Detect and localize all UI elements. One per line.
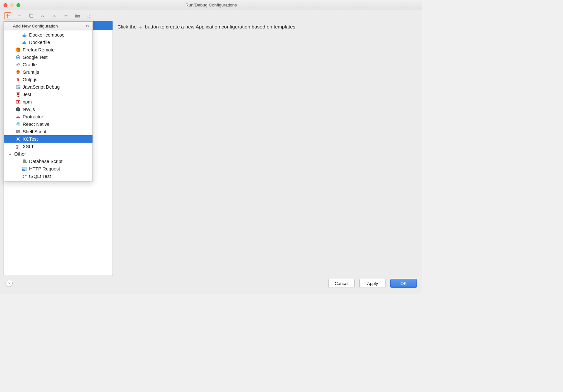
popup-title: Add New Configuration <box>13 24 58 28</box>
svg-rect-1 <box>30 15 33 18</box>
shell-icon <box>16 129 21 134</box>
svg-text:z: z <box>89 16 90 18</box>
cancel-button[interactable]: Cancel <box>328 279 355 288</box>
config-type-label: XSLT <box>23 144 34 149</box>
configurations-tree[interactable]: Add New Configuration Docker-composeDock… <box>4 21 113 276</box>
config-type-item-gulp-js[interactable]: Gulp.js <box>4 76 92 83</box>
svg-text:XS: XS <box>16 145 19 147</box>
config-type-label: Firefox Remote <box>23 47 55 52</box>
help-button[interactable]: ? <box>5 280 13 287</box>
sort-button[interactable]: az <box>86 12 93 19</box>
config-type-item-javascript-debug[interactable]: JavaScript Debug <box>4 83 92 91</box>
disclosure-triangle-icon <box>8 152 12 156</box>
collapse-all-icon[interactable] <box>85 23 90 28</box>
config-type-item-gradle[interactable]: Gradle <box>4 61 92 68</box>
edit-templates-button[interactable] <box>39 12 46 19</box>
http-icon: API <box>22 166 27 171</box>
titlebar: Run/Debug Configurations <box>0 0 422 10</box>
config-type-item-http-request[interactable]: APIHTTP Request <box>4 165 92 172</box>
svg-rect-5 <box>24 35 25 36</box>
react-icon <box>16 122 21 127</box>
xslt-icon: XSLT <box>16 144 21 149</box>
config-type-item-utplsql-test[interactable]: utPLSQL Test <box>4 180 92 181</box>
svg-rect-32 <box>23 175 24 176</box>
firefox-icon <box>16 47 21 52</box>
add-new-configuration-popup: Add New Configuration Docker-composeDock… <box>4 21 93 181</box>
svg-text:LT: LT <box>16 147 18 149</box>
tsqlt-icon <box>22 174 27 179</box>
run-debug-configurations-dialog: Run/Debug Configurations <box>0 0 422 294</box>
config-type-label: utPLSQL Test <box>29 181 58 181</box>
config-type-item-other[interactable]: Other <box>4 150 92 158</box>
move-up-button[interactable] <box>51 12 58 19</box>
svg-rect-7 <box>23 42 24 43</box>
config-type-item-xslt[interactable]: XSLTXSLT <box>4 143 92 150</box>
config-type-label: Other <box>14 151 26 157</box>
gulp-icon <box>16 77 21 82</box>
config-type-item-docker-compose[interactable]: Docker-compose <box>4 31 92 38</box>
svg-rect-8 <box>24 42 25 43</box>
config-type-label: XCTest <box>23 136 38 142</box>
add-configuration-button[interactable] <box>4 12 11 19</box>
config-type-item-dockerfile[interactable]: Dockerfile <box>4 38 92 46</box>
gradle-icon <box>16 62 21 67</box>
ok-button[interactable]: OK <box>390 279 417 288</box>
popup-header: Add New Configuration <box>4 22 92 30</box>
svg-rect-19 <box>18 101 19 103</box>
svg-rect-33 <box>25 175 27 176</box>
config-type-item-protractor[interactable]: Protractor <box>4 113 92 120</box>
xctest-icon <box>16 136 21 142</box>
config-type-item-google-test[interactable]: Google Test <box>4 53 92 61</box>
configurations-toolbar: az <box>4 12 419 21</box>
config-type-item-firefox-remote[interactable]: Firefox Remote <box>4 46 92 53</box>
db-icon <box>22 159 27 164</box>
config-type-label: Jest <box>23 92 31 97</box>
config-type-item-nw-js[interactable]: NW.js <box>4 105 92 113</box>
svg-point-20 <box>18 124 19 125</box>
svg-rect-24 <box>16 130 20 133</box>
config-type-label: HTTP Request <box>29 166 60 171</box>
svg-text:API: API <box>23 169 25 171</box>
config-type-item-database-script[interactable]: Database Script <box>4 158 92 165</box>
config-type-label: Gradle <box>23 62 37 67</box>
jest-icon <box>16 92 21 97</box>
config-type-label: Google Test <box>23 55 48 60</box>
config-type-item-npm[interactable]: npm <box>4 98 92 105</box>
config-type-label: Shell Script <box>23 129 46 134</box>
config-type-item-react-native[interactable]: React Native <box>4 120 92 128</box>
config-type-item-jest[interactable]: Jest <box>4 91 92 98</box>
config-type-item-tsqlt-test[interactable]: tSQLt Test <box>4 172 92 180</box>
config-type-label: npm <box>23 99 32 104</box>
config-type-item-xctest[interactable]: XCTest <box>4 135 92 143</box>
configuration-type-list[interactable]: Docker-composeDockerfileFirefox RemoteGo… <box>4 30 92 181</box>
nwjs-icon <box>16 107 21 112</box>
move-down-button[interactable] <box>62 12 70 19</box>
jsdebug-icon <box>16 84 21 90</box>
config-type-label: React Native <box>23 122 49 127</box>
apply-button[interactable]: Apply <box>359 279 386 288</box>
config-type-label: Database Script <box>29 159 62 164</box>
window-title: Run/Debug Configurations <box>0 3 422 7</box>
copy-configuration-button[interactable] <box>27 12 35 19</box>
config-type-item-shell-script[interactable]: Shell Script <box>4 128 92 135</box>
config-type-item-grunt-js[interactable]: Grunt.js <box>4 68 92 76</box>
config-type-label: Grunt.js <box>23 70 39 75</box>
config-type-label: Protractor <box>23 114 43 119</box>
hint-text-before: Click the <box>117 24 136 29</box>
protractor-icon <box>16 114 21 119</box>
svg-rect-34 <box>23 177 24 178</box>
config-type-label: Docker-compose <box>29 32 65 38</box>
utplsql-icon <box>22 181 27 181</box>
new-folder-button[interactable] <box>74 12 81 19</box>
svg-point-11 <box>17 56 19 58</box>
docker-icon <box>22 32 27 38</box>
hint-text-after: button to create a new Application confi… <box>145 24 295 29</box>
config-type-label: JavaScript Debug <box>23 84 60 90</box>
remove-configuration-button[interactable] <box>16 12 23 19</box>
docker-icon <box>22 40 27 45</box>
grunt-icon <box>16 70 21 75</box>
npm-icon <box>16 99 21 104</box>
svg-rect-9 <box>24 41 25 42</box>
config-type-label: NW.js <box>23 107 35 112</box>
svg-point-17 <box>18 87 20 89</box>
